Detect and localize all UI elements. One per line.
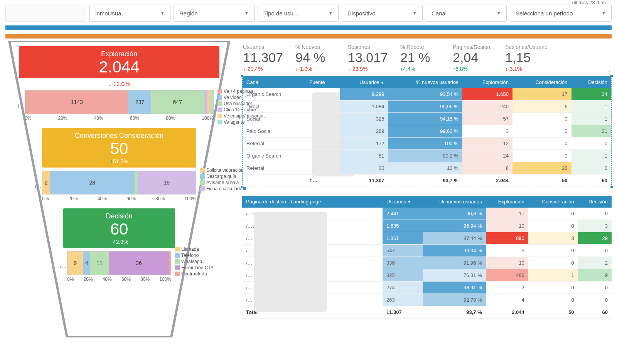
kpi-label: Sesiones: [348, 44, 390, 50]
y-label: (…: [18, 103, 24, 108]
legend-item: Solicita valoración: [206, 168, 244, 173]
seg-usa-buscador: 647: [151, 91, 204, 114]
channel-table-frame[interactable]: ⋮ Canal Fuente Usuarios▼ % nuevos usuari…: [242, 76, 612, 187]
table-row[interactable]: Referral3010 %8262: [243, 162, 611, 174]
th-usuarios[interactable]: Usuarios▼: [383, 196, 423, 208]
legend-item: Teléfono: [181, 253, 199, 258]
table-total-row: T…11.30793,7 %2.0445060: [243, 174, 611, 187]
filter-tipo-usuario[interactable]: Tipo de usu…▼: [258, 5, 339, 22]
filter-label: Selecciona un periodo: [516, 10, 573, 17]
kpi-delta: -1.0%: [295, 66, 338, 72]
filter-inmousua[interactable]: inmoUsua…▼: [89, 5, 170, 22]
x-axis: 0%20%40%60%80%100%: [67, 277, 171, 282]
redacted-block: [254, 212, 327, 312]
th-usuarios[interactable]: Usuarios▼: [340, 76, 388, 88]
divider-bars: [0, 25, 617, 39]
filter-label: Dispositivo: [347, 10, 376, 17]
th-consideracion[interactable]: Consideración: [528, 196, 578, 208]
kpi-label: % Nuevos: [295, 44, 338, 50]
bar-orange: [5, 34, 612, 39]
legend-item: Descarga guía: [206, 174, 236, 179]
th-decision[interactable]: Decisión: [578, 196, 612, 208]
legend-decision: Llamada Teléfono Whatsapp Formulario CTA…: [175, 247, 214, 277]
table-row[interactable]: Paid Social26999,63 %3021: [243, 125, 611, 138]
period-caption: últimos 28 días: [572, 0, 606, 5]
chevron-down-icon: ▼: [497, 11, 501, 15]
kpi-sesiones: Sesiones13.017-23.9%: [348, 44, 390, 72]
seg-ve-video: 237: [128, 91, 151, 114]
th-canal[interactable]: Canal: [243, 76, 305, 88]
filter-dispositivo[interactable]: Dispositivo▼: [342, 5, 423, 22]
kpi-delta: 6.8%: [453, 66, 495, 72]
legend-item: Ve agente: [224, 119, 244, 125]
seg-val: 19: [164, 179, 170, 186]
legend-item: Llamada: [181, 247, 199, 252]
stage-title: Decisión: [63, 212, 175, 220]
seg-val: 1143: [71, 99, 83, 105]
stage-decision: Decisión 60 42.9%: [63, 208, 175, 248]
table-row[interactable]: Referral172100 %1200: [243, 138, 611, 150]
legend-item: Avísame si baja: [206, 180, 239, 185]
kpi-usuarios: Usuarios11.307-21.4%: [243, 44, 285, 72]
y-label: (…: [60, 264, 66, 269]
filter-blank[interactable]: [5, 5, 86, 22]
seg-contraoferta: [169, 252, 171, 275]
filter-label: Tipo de usu…: [263, 10, 299, 17]
th-fuente[interactable]: Fuente: [305, 76, 340, 88]
chevron-down-icon: ▼: [244, 11, 249, 15]
seg-ficha: 19: [138, 171, 196, 194]
stage-delta: -12.0%: [5, 81, 233, 87]
kpi-delta: -21.4%: [243, 66, 285, 72]
seg-llamada: 9: [67, 252, 83, 275]
th-landing-title[interactable]: Página de destino - Landing page: [242, 196, 383, 208]
seg-whatsapp: 11: [90, 252, 109, 275]
kpi-value: 11.307: [243, 50, 285, 65]
table-row[interactable]: Organic Search5190,2 %2401: [243, 150, 611, 162]
table-row[interactable]: Organic Search9.29993,54 %1.6501734: [243, 88, 611, 101]
th-decision[interactable]: Decisión: [571, 76, 611, 88]
sort-desc-icon: ▼: [407, 200, 411, 204]
table-row[interactable]: Social32594,15 %5701: [243, 113, 611, 125]
seg-val: 36: [136, 260, 142, 266]
th-consideracion[interactable]: Consideración: [512, 76, 571, 88]
stage-value: 2.044: [19, 59, 219, 75]
legend-consideracion: Solicita valoración Descarga guía Avísam…: [200, 168, 246, 192]
kpi-sesiones-usuario: Sesiones/Usuario1,15-3.1%: [505, 44, 548, 72]
channel-table: Canal Fuente Usuarios▼ % nuevos usuarios…: [243, 76, 611, 187]
stage-value: 50: [42, 141, 196, 157]
x-axis: 0%20%40%60%80%100%: [42, 196, 196, 201]
kpi-label: % Rebote: [400, 44, 443, 50]
bar-decision: 9 4 11 36: [67, 251, 171, 275]
stage-value: 60: [63, 221, 175, 237]
kpi-paginas-sesion: Páginas/Sesión2,046.8%: [453, 44, 495, 72]
kpi-delta: 4.4%: [400, 66, 443, 72]
kpi-value: 21 %: [400, 50, 443, 65]
table-row[interactable]: Direct1.08496,96 %24061: [243, 101, 611, 113]
filter-label: Canal: [432, 10, 447, 17]
chevron-down-icon: ▼: [413, 11, 417, 15]
kpi-delta: -23.9%: [348, 66, 390, 72]
th-exploracion[interactable]: Exploración: [462, 76, 512, 88]
seg-val: 647: [173, 99, 182, 105]
seg-formulario: 36: [109, 252, 169, 275]
seg-val: 237: [135, 99, 144, 105]
y-label: (…: [35, 183, 41, 189]
seg-val: 28: [89, 179, 96, 186]
filter-region[interactable]: Región▼: [174, 5, 255, 22]
legend-item: Contraoferta: [181, 271, 207, 277]
seg-avisame: [135, 171, 138, 194]
kpi-value: 1,15: [505, 50, 548, 65]
stage-exploracion: Exploración 2.044: [19, 46, 219, 78]
filter-period[interactable]: últimos 28 días Selecciona un periodo▼: [510, 5, 612, 22]
seg-val: 9: [74, 260, 77, 266]
stage-delta: 42.9%: [63, 239, 175, 245]
th-nuevos[interactable]: % nuevos usuarios: [388, 76, 462, 88]
bar-blue: [5, 25, 612, 30]
seg-agente: [211, 91, 213, 114]
filter-canal[interactable]: Canal▼: [426, 5, 507, 22]
seg-valoracion: 2: [42, 171, 50, 194]
th-nuevos[interactable]: % nuevos usuarios: [423, 196, 486, 208]
seg-val: 4: [85, 260, 88, 266]
th-exploracion[interactable]: Exploración: [486, 196, 528, 208]
seg-descarga: 28: [50, 171, 135, 194]
